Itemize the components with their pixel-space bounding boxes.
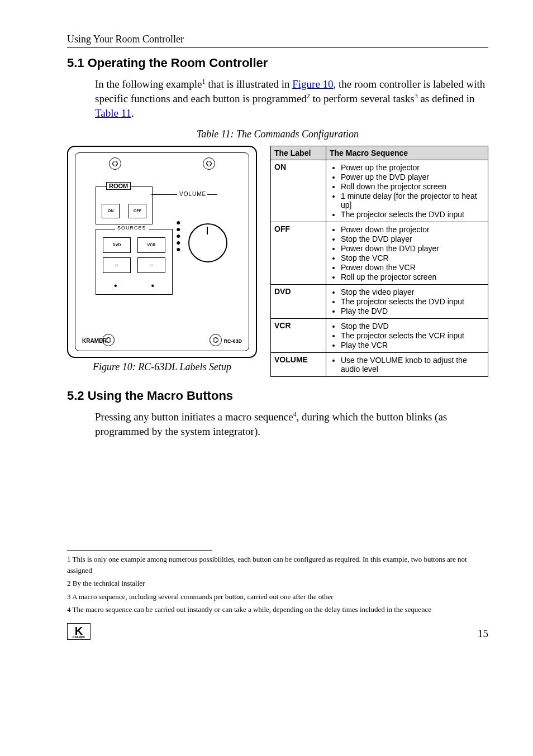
section-5-1-heading: 5.1 Operating the Room Controller: [67, 56, 488, 70]
section-5-2-paragraph: Pressing any button initiates a macro se…: [95, 410, 488, 439]
text-fragment: In the following example: [95, 78, 202, 90]
screw-icon: [109, 157, 121, 170]
list-item: The projector selects the VCR input: [341, 331, 484, 340]
section-5-2-title: Using the Macro Buttons: [88, 389, 233, 403]
row-label: ON: [271, 160, 326, 222]
col-header-label: The Label: [271, 146, 326, 160]
list-item: The projector selects the DVD input: [341, 297, 484, 306]
text-fragment: .: [131, 107, 134, 119]
indicator-dot: •: [151, 281, 154, 291]
row-label: VOLUME: [271, 352, 326, 376]
screw-icon: [210, 334, 222, 346]
list-item: Play the DVD: [341, 307, 484, 315]
row-label: OFF: [271, 222, 326, 284]
running-header: Using Your Room Controller: [67, 34, 488, 45]
brand-label: KRAMER: [82, 338, 107, 344]
table-11-link[interactable]: Table 11: [95, 107, 131, 119]
list-item: The projector selects the DVD input: [341, 210, 484, 219]
model-label: RC-63D: [223, 338, 242, 344]
off-button: OFF: [129, 204, 146, 218]
volume-knob: [188, 223, 227, 262]
list-item: 1 minute delay [for the projector to hea…: [341, 192, 484, 209]
row-sequence: Power up the projector Power up the DVD …: [326, 160, 488, 222]
table-11-caption: Table 11: The Commands Configuration: [67, 128, 488, 140]
list-item: Play the VCR: [341, 341, 484, 350]
volume-label: VOLUME: [179, 191, 206, 197]
page-number: 15: [478, 628, 488, 640]
list-item: Stop the video player: [341, 288, 484, 296]
indicator-dot: •: [114, 281, 117, 291]
list-item: Power down the DVD player: [341, 244, 484, 253]
volume-connector-line: [207, 194, 217, 195]
kramer-logo-icon: K KRAMER: [67, 623, 91, 640]
section-5-2-heading: 5.2 Using the Macro Buttons: [67, 389, 488, 403]
table-row: DVD Stop the video player The projector …: [271, 284, 488, 318]
footnote-rule: [67, 550, 212, 551]
macro-sequence-table: The Label The Macro Sequence ON Power up…: [270, 146, 488, 377]
room-group: ROOM ON OFF: [96, 186, 153, 224]
list-item: Power down the VCR: [341, 263, 484, 272]
list-item: Stop the DVD: [341, 322, 484, 331]
on-button: ON: [102, 204, 120, 218]
text-fragment: Pressing any button initiates a macro se…: [95, 411, 293, 423]
list-item: Power up the projector: [341, 163, 484, 172]
section-5-2-number: 5.2: [67, 389, 84, 403]
row-label: VCR: [271, 318, 326, 352]
header-rule: [67, 47, 488, 48]
section-5-1-title: Operating the Room Controller: [88, 56, 268, 70]
section-5-1-number: 5.1: [67, 56, 84, 70]
logo-subtext: KRAMER: [73, 635, 85, 639]
vcr-button: VCR: [137, 237, 165, 253]
table-header-row: The Label The Macro Sequence: [271, 146, 488, 160]
dvd-button: DVD: [103, 237, 131, 253]
list-item: Use the VOLUME knob to adjust the audio …: [341, 356, 484, 374]
table-row: ON Power up the projector Power up the D…: [271, 160, 488, 222]
device-figure: ROOM ON OFF VOLUME ●●●●● SOURCES DVD V: [67, 146, 257, 358]
row-sequence: Use the VOLUME knob to adjust the audio …: [326, 352, 488, 376]
row-sequence: Stop the DVD The projector selects the V…: [326, 318, 488, 352]
source-button-blank: ▭: [103, 257, 131, 273]
list-item: Stop the VCR: [341, 253, 484, 262]
device-panel: ROOM ON OFF VOLUME ●●●●● SOURCES DVD V: [75, 152, 249, 351]
col-header-sequence: The Macro Sequence: [326, 146, 488, 160]
knob-scale-dots: ●●●●●: [176, 219, 180, 252]
screw-icon: [203, 157, 215, 170]
footnote-3: 3 A macro sequence, including several co…: [67, 591, 488, 602]
row-label: DVD: [271, 284, 326, 318]
table-row: OFF Power down the projector Stop the DV…: [271, 222, 488, 284]
list-item: Roll down the projector screen: [341, 182, 484, 191]
footnote-4: 4 The macro sequence can be carried out …: [67, 604, 488, 615]
list-item: Power up the DVD player: [341, 173, 484, 181]
sources-group: SOURCES DVD VCR ▭ ▭ • •: [96, 229, 173, 295]
source-button-blank: ▭: [137, 257, 165, 273]
volume-connector-line: [151, 194, 177, 195]
row-sequence: Power down the projector Stop the DVD pl…: [326, 222, 488, 284]
list-item: Power down the projector: [341, 225, 484, 234]
table-row: VOLUME Use the VOLUME knob to adjust the…: [271, 352, 488, 376]
figure-10-caption: Figure 10: RC-63DL Labels Setup: [67, 361, 257, 373]
sources-label: SOURCES: [115, 225, 149, 231]
room-label: ROOM: [106, 182, 131, 190]
section-5-1-paragraph: In the following example1 that is illust…: [95, 77, 488, 121]
text-fragment: that is illustrated in: [206, 78, 293, 90]
row-sequence: Stop the video player The projector sele…: [326, 284, 488, 318]
list-item: Roll up the projector screen: [341, 272, 484, 281]
table-row: VCR Stop the DVD The projector selects t…: [271, 318, 488, 352]
text-fragment: as defined in: [418, 93, 475, 104]
figure-10-link[interactable]: Figure 10: [292, 78, 333, 90]
list-item: Stop the DVD player: [341, 235, 484, 243]
footnote-1: 1 This is only one example among numerou…: [67, 554, 488, 576]
text-fragment: to perform several tasks: [310, 93, 415, 104]
knob-indicator: [207, 227, 208, 235]
footnote-2: 2 By the technical installer: [67, 578, 488, 589]
